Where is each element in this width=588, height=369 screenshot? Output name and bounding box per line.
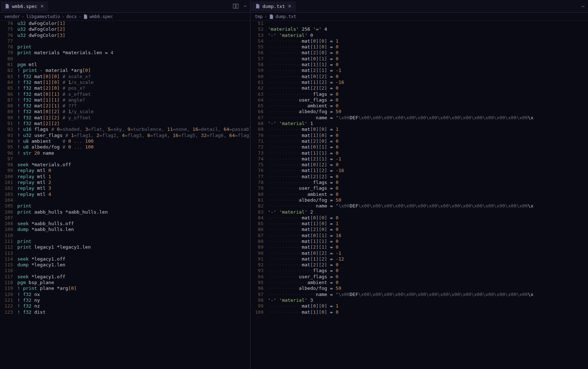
code-line[interactable] bbox=[17, 250, 250, 256]
code-line[interactable]: print materials *materials.len = 4 bbox=[17, 50, 250, 56]
code-line[interactable]: ············mat[2][2] = 0 bbox=[268, 85, 588, 91]
code-line[interactable]: ·················name = '\x00DEF\x00\x00… bbox=[268, 292, 588, 297]
code-line[interactable]: ············mat[0][2] = 0 bbox=[268, 162, 588, 168]
left-lines[interactable]: u32 dwFogColor[1]u32 dwFogColor[2]u32 dw… bbox=[17, 21, 250, 315]
code-line[interactable] bbox=[17, 56, 250, 62]
code-line[interactable] bbox=[17, 233, 250, 239]
code-line[interactable]: ············mat[2][2] = 0 bbox=[268, 174, 588, 180]
code-line[interactable]: ! f32 mat[0][1] # x_offset bbox=[17, 91, 250, 97]
code-line[interactable]: ! f32 mat[0][0] # scale_x? bbox=[17, 74, 250, 80]
code-line[interactable]: ·················name = '\x00DEF\x00\x00… bbox=[268, 203, 588, 209]
code-line[interactable]: ············mat[2][0] = 0 bbox=[268, 227, 588, 232]
close-icon[interactable]: × bbox=[39, 4, 44, 9]
code-line[interactable]: ············mat[0][1] = 0 bbox=[268, 144, 588, 150]
code-line[interactable]: ············mat[1][0] = 0 bbox=[268, 309, 588, 315]
close-icon[interactable]: × bbox=[287, 4, 292, 9]
code-line[interactable]: ············mat[1][2] = -16 bbox=[268, 80, 588, 85]
code-line[interactable]: ············mat[0][0] = 1 bbox=[268, 303, 588, 309]
code-line[interactable]: ! f32 mat[1][2] # y_offset bbox=[17, 115, 250, 121]
right-code-area[interactable]: 5152535455565758596061626364656667686970… bbox=[251, 21, 588, 369]
code-line[interactable]: '-' 'material' 0 bbox=[268, 33, 588, 38]
code-line[interactable]: u32 dwFogColor[1] bbox=[17, 21, 250, 26]
breadcrumb-segment[interactable]: wmb6.spec bbox=[90, 14, 113, 19]
code-line[interactable]: u32 dwFogColor[2] bbox=[17, 26, 250, 32]
code-line[interactable]: ············mat[1][2] = -16 bbox=[268, 168, 588, 173]
code-line[interactable]: ················flags = 0 bbox=[268, 91, 588, 97]
code-line[interactable]: ···········albedo/fog = 50 bbox=[268, 109, 588, 115]
code-line[interactable]: ! f32 mat[1][0] # 1/x_scale bbox=[17, 80, 250, 85]
code-line[interactable]: ! u16 flags # 0=shaded, 3=flat, 5=sky, 9… bbox=[17, 126, 250, 132]
code-line[interactable]: 'materials' 256 '=' 4 bbox=[268, 26, 588, 32]
more-icon[interactable]: ⋯ bbox=[244, 3, 247, 9]
code-line[interactable] bbox=[17, 38, 250, 44]
code-line[interactable]: ! f32 dist bbox=[17, 309, 250, 315]
code-line[interactable]: ················flags = 0 bbox=[268, 268, 588, 274]
code-line[interactable]: ············mat[1][0] = 0 bbox=[268, 133, 588, 138]
code-line[interactable]: '-' 'material' 1 bbox=[268, 121, 588, 126]
code-line[interactable]: ············mat[1][0] = 0 bbox=[268, 44, 588, 50]
code-line[interactable]: seek *materials.off bbox=[17, 162, 250, 168]
code-line[interactable]: ! f32 ny bbox=[17, 297, 250, 303]
code-line[interactable]: ············mat[0][2] = -1 bbox=[268, 250, 588, 256]
code-line[interactable]: ···········albedo/fog = 50 bbox=[268, 197, 588, 203]
code-line[interactable]: u32 dwFogColor[3] bbox=[17, 33, 250, 38]
code-line[interactable]: replay mtl 4 bbox=[17, 192, 250, 197]
breadcrumb-segment[interactable]: docs bbox=[66, 14, 77, 19]
code-line[interactable]: dump *aabb_hulls.len bbox=[17, 227, 250, 232]
code-line[interactable]: ··············ambient = 0 bbox=[268, 192, 588, 197]
code-line[interactable]: seek *legacy1.off bbox=[17, 256, 250, 262]
left-code-area[interactable]: 7475767778798081828384858687888990919293… bbox=[0, 21, 250, 369]
code-line[interactable]: ···········user_flags = 0 bbox=[268, 97, 588, 103]
code-line[interactable]: pgm bsp_plane bbox=[17, 280, 250, 286]
code-line[interactable]: ············mat[0][0] = 0 bbox=[268, 215, 588, 221]
code-line[interactable] bbox=[17, 156, 250, 162]
code-line[interactable]: ················flags = 0 bbox=[268, 180, 588, 185]
code-line[interactable]: ··············ambient = 0 bbox=[268, 280, 588, 286]
tab-wmb6[interactable]: wmb6.spec × bbox=[1, 1, 48, 11]
code-line[interactable]: ············mat[0][1] = 16 bbox=[268, 233, 588, 239]
more-icon[interactable]: ⋯ bbox=[582, 4, 584, 9]
code-line[interactable]: ············mat[0][2] = 0 bbox=[268, 74, 588, 80]
code-line[interactable] bbox=[268, 21, 588, 26]
code-line[interactable]: ! f32 nx bbox=[17, 292, 250, 297]
code-line[interactable]: ············mat[1][2] = -12 bbox=[268, 256, 588, 262]
code-line[interactable]: print bbox=[17, 44, 250, 50]
code-line[interactable]: seek *aabb_hulls.off bbox=[17, 221, 250, 227]
code-line[interactable]: ············mat[0][0] = 1 bbox=[268, 126, 588, 132]
code-line[interactable]: ············mat[0][0] = 1 bbox=[268, 38, 588, 44]
code-line[interactable]: ···········user_flags = 0 bbox=[268, 185, 588, 191]
code-line[interactable]: ! u32 user_flags # 1=flag1, 2=flag2, 4=f… bbox=[17, 133, 250, 138]
code-line[interactable]: ············mat[2][1] = -1 bbox=[268, 68, 588, 73]
left-breadcrumb[interactable]: vendor›libgamestudio›docs›wmb6.spec bbox=[0, 13, 250, 21]
code-line[interactable] bbox=[17, 268, 250, 274]
code-line[interactable]: print legacy1 *legacy1.len bbox=[17, 244, 250, 250]
code-line[interactable]: ! f32 nz bbox=[17, 303, 250, 309]
code-line[interactable] bbox=[17, 215, 250, 221]
code-line[interactable]: pgm mtl bbox=[17, 62, 250, 68]
code-line[interactable]: ! print plane *arg[0] bbox=[17, 286, 250, 291]
breadcrumb-segment[interactable]: libgamestudio bbox=[26, 14, 60, 19]
code-line[interactable]: ! f32 mat[1][1] # angle? bbox=[17, 97, 250, 103]
tab-dump[interactable]: dump.txt × bbox=[252, 1, 296, 11]
code-line[interactable]: ···········albedo/fog = 50 bbox=[268, 286, 588, 291]
code-line[interactable]: print aabb_hulls *aabb_hulls.len bbox=[17, 209, 250, 215]
code-line[interactable]: ············mat[1][0] = 1 bbox=[268, 221, 588, 227]
code-line[interactable]: ! u8 ambient # 0 ... 100 bbox=[17, 138, 250, 144]
code-line[interactable]: replay mtl 3 bbox=[17, 185, 250, 191]
code-line[interactable]: ············mat[2][1] = -1 bbox=[268, 156, 588, 162]
code-line[interactable] bbox=[17, 197, 250, 203]
breadcrumb-segment[interactable]: tmp bbox=[255, 14, 263, 19]
code-line[interactable]: ············mat[1][1] = 0 bbox=[268, 150, 588, 156]
right-lines[interactable]: 'materials' 256 '=' 4'-' 'material' 0···… bbox=[268, 21, 588, 315]
code-line[interactable]: ! f32 mat[2][2] bbox=[17, 121, 250, 126]
code-line[interactable]: ! f32 mat[0][2] # 1/y_scale bbox=[17, 109, 250, 115]
code-line[interactable]: ! f32 mat[2][1] # ??? bbox=[17, 103, 250, 109]
code-line[interactable]: replay mtl 1 bbox=[17, 174, 250, 180]
code-line[interactable]: replay mtl 2 bbox=[17, 180, 250, 185]
code-line[interactable]: ············mat[2][1] = 0 bbox=[268, 244, 588, 250]
code-line[interactable]: replay mtl 0 bbox=[17, 168, 250, 173]
right-breadcrumb[interactable]: tmp›dump.txt bbox=[251, 13, 588, 21]
code-line[interactable]: ! print - material *arg[0] bbox=[17, 68, 250, 73]
code-line[interactable]: '-' 'material' 2 bbox=[268, 209, 588, 215]
code-line[interactable]: dump *legacy1.len bbox=[17, 262, 250, 268]
